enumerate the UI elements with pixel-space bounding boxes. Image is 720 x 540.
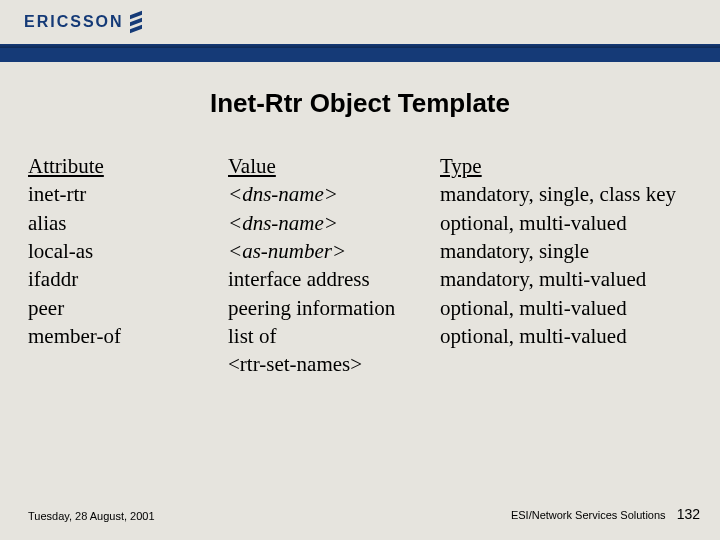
brand-stripes-icon — [130, 12, 142, 32]
col-value-header: Value — [228, 152, 440, 180]
footer-source: ESI/Network Services Solutions — [511, 509, 666, 521]
value-cell: <as-number> — [228, 237, 440, 265]
header-bar — [0, 44, 720, 62]
attr-cell: member-of — [28, 322, 228, 350]
column-value: Value <dns-name> <dns-name> <as-number> … — [228, 152, 440, 379]
column-attribute: Attribute inet-rtr alias local-as ifaddr… — [28, 152, 228, 379]
value-cell: peering information — [228, 294, 440, 322]
type-cell: optional, multi-valued — [440, 322, 690, 350]
value-cell: list of <rtr-set-names> — [228, 322, 440, 379]
type-cell: optional, multi-valued — [440, 209, 690, 237]
brand-logo: ERICSSON — [24, 12, 142, 32]
page-title: Inet-Rtr Object Template — [0, 88, 720, 119]
attr-cell: alias — [28, 209, 228, 237]
footer-date: Tuesday, 28 August, 2001 — [28, 510, 155, 522]
column-type: Type mandatory, single, class key option… — [440, 152, 690, 379]
page-number: 132 — [677, 506, 700, 522]
attr-cell: inet-rtr — [28, 180, 228, 208]
slide: ERICSSON Inet-Rtr Object Template Attrib… — [0, 0, 720, 540]
value-cell: <dns-name> — [228, 180, 440, 208]
attr-cell: peer — [28, 294, 228, 322]
attr-cell: ifaddr — [28, 265, 228, 293]
type-cell: mandatory, single, class key — [440, 180, 690, 208]
brand-text: ERICSSON — [24, 13, 124, 31]
footer-right: ESI/Network Services Solutions 132 — [511, 506, 700, 522]
value-cell: interface address — [228, 265, 440, 293]
template-table: Attribute inet-rtr alias local-as ifaddr… — [28, 152, 690, 379]
value-cell: <dns-name> — [228, 209, 440, 237]
col-attribute-header: Attribute — [28, 152, 228, 180]
attr-cell: local-as — [28, 237, 228, 265]
type-cell: optional, multi-valued — [440, 294, 690, 322]
type-cell: mandatory, multi-valued — [440, 265, 690, 293]
col-type-header: Type — [440, 152, 690, 180]
type-cell: mandatory, single — [440, 237, 690, 265]
